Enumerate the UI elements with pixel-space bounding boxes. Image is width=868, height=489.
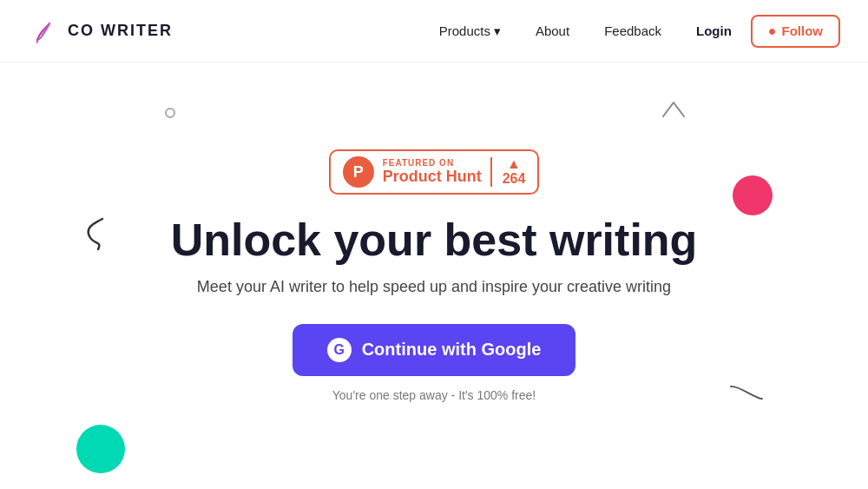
- cta-subtext: You're one step away - It's 100% free!: [332, 388, 536, 402]
- product-hunt-badge[interactable]: P FEATURED ON Product Hunt ▲ 264: [329, 149, 540, 195]
- ph-votes-count: 264: [503, 171, 526, 187]
- nav-links: Products ▾ About Feedback Login ● Follow: [424, 15, 840, 48]
- chevron-down-icon: ▾: [494, 23, 501, 39]
- deco-circle-small: [165, 108, 175, 118]
- pen-icon: [28, 16, 59, 47]
- deco-teal-circle: [76, 425, 125, 473]
- deco-squiggle-icon: [76, 210, 120, 254]
- product-hunt-logo: P: [343, 156, 374, 188]
- logo-text: CO WRITER: [68, 22, 173, 40]
- nav-about[interactable]: About: [520, 17, 585, 45]
- deco-pink-circle: [733, 175, 773, 215]
- nav-login[interactable]: Login: [681, 17, 747, 45]
- hero-title: Unlock your best writing: [171, 215, 698, 265]
- ph-upvote-icon: ▲: [507, 157, 521, 171]
- deco-angle-icon: [661, 99, 686, 118]
- navbar: CO WRITER Products ▾ About Feedback Logi…: [0, 0, 868, 63]
- hero-section: P FEATURED ON Product Hunt ▲ 264 Unlock …: [0, 63, 868, 489]
- nav-feedback[interactable]: Feedback: [589, 17, 677, 45]
- deco-line-icon: [729, 383, 764, 402]
- continue-with-google-button[interactable]: G Continue with Google: [293, 324, 576, 376]
- hero-subtitle: Meet your AI writer to help speed up and…: [197, 278, 671, 296]
- ph-votes-block: ▲ 264: [490, 157, 526, 187]
- cta-button-label: Continue with Google: [362, 340, 542, 360]
- follow-button[interactable]: ● Follow: [751, 15, 840, 48]
- producthunt-icon: ●: [768, 23, 777, 39]
- logo-area: CO WRITER: [28, 16, 173, 47]
- nav-products[interactable]: Products ▾: [424, 17, 516, 46]
- product-hunt-text: FEATURED ON Product Hunt: [383, 158, 482, 186]
- google-icon: G: [327, 338, 352, 362]
- ph-name-label: Product Hunt: [383, 168, 482, 186]
- ph-featured-label: FEATURED ON: [383, 158, 482, 168]
